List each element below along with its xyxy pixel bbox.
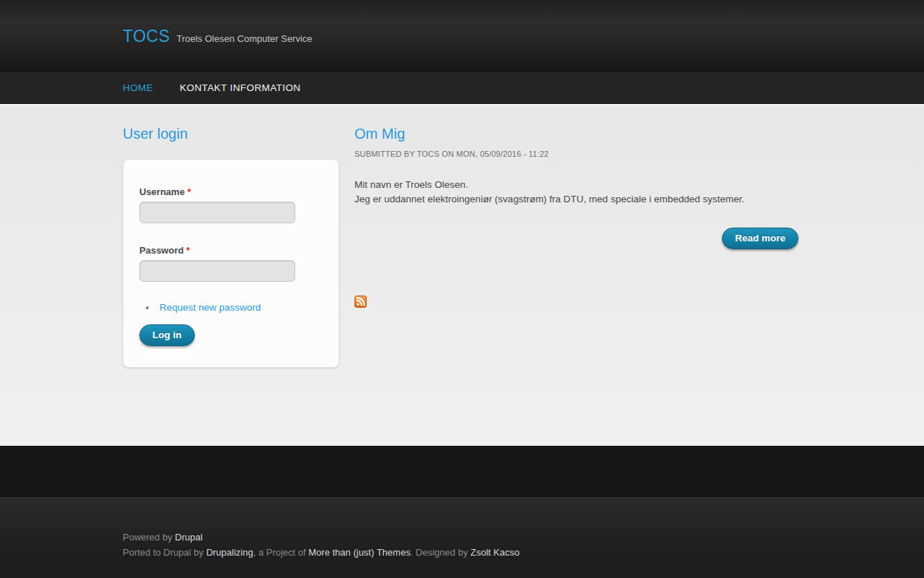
user-login-title: User login [123,126,339,142]
content-area: User login Username * Password * Request… [0,105,924,446]
site-logo-link[interactable]: TOCS [123,27,170,46]
site-slogan: Troels Olesen Computer Service [176,33,312,44]
request-new-password-link[interactable]: Request new password [160,302,261,313]
nav-item-home[interactable]: HOME [123,82,153,93]
required-asterisk: * [186,245,190,256]
log-in-button[interactable]: Log in [139,324,195,346]
site-footer: Powered by Drupal Ported to Drupal by Dr… [0,497,924,578]
main-navbar: HOME KONTAKT INFORMATION [0,71,924,105]
required-asterisk: * [188,186,191,197]
zsolt-kacso-link[interactable]: Zsolt Kacso [471,547,520,558]
article-title-link[interactable]: Om Mig [354,126,405,142]
read-more-button[interactable]: Read more [722,228,798,249]
article-body-line: Mit navn er Troels Olesen. [354,178,801,192]
footer-text: Powered by [123,532,175,543]
dark-band [0,446,924,497]
read-more-row: Read more [354,228,801,249]
article-body: Mit navn er Troels Olesen. Jeg er uddann… [354,178,801,207]
footer-powered-line: Powered by Drupal [123,530,801,545]
nav-item-kontakt-information[interactable]: KONTAKT INFORMATION [180,82,300,93]
rss-icon[interactable] [354,296,367,308]
site-header: TOCS Troels Olesen Computer Service [0,0,924,71]
username-label: Username * [139,186,323,197]
password-form-item: Password * [139,245,323,282]
main-column: Om Mig SUBMITTED BY TOCS ON MON, 05/09/2… [354,105,801,368]
password-label: Password * [139,245,323,256]
rss-row [354,296,801,311]
username-input[interactable] [139,202,295,223]
sidebar: User login Username * Password * Request… [123,105,339,368]
footer-text: , a Project of [253,547,309,558]
list-item: Request new password [157,302,323,313]
drupal-link[interactable]: Drupal [175,532,202,543]
footer-text: . Designed by [411,547,471,558]
footer-credits-line: Ported to Drupal by Drupalizing, a Proje… [123,545,801,560]
drupalizing-link[interactable]: Drupalizing [206,547,253,558]
article-body-line: Jeg er uddannet elektroingeniør (svagstr… [354,192,801,207]
more-than-just-themes-link[interactable]: More than (just) Themes [308,547,410,558]
password-input[interactable] [139,260,295,282]
login-links-list: Request new password [157,302,323,313]
footer-text: Ported to Drupal by [123,547,206,558]
username-form-item: Username * [139,186,323,223]
user-login-form: Username * Password * Request new passwo… [123,159,339,368]
article-title: Om Mig [354,126,801,142]
article-submitted-meta: SUBMITTED BY TOCS ON MON, 05/09/2016 - 1… [354,150,801,158]
branding: TOCS Troels Olesen Computer Service [123,27,801,46]
